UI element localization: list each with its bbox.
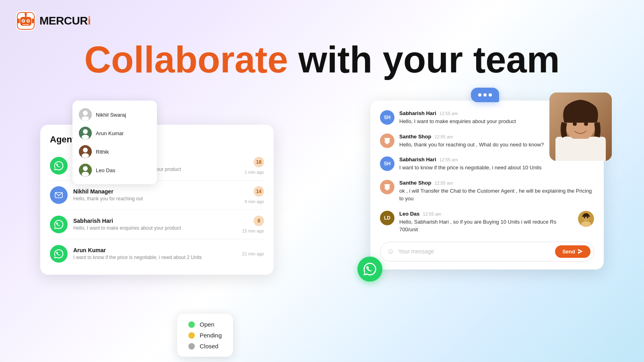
- agent-item-1[interactable]: Nikhil Swaraj: [79, 105, 151, 124]
- agent-item-4[interactable]: Leo Das: [79, 161, 151, 179]
- msg-avatar-4: [380, 180, 394, 194]
- agent-avatar-3: [79, 145, 92, 158]
- whatsapp-float-icon: [363, 262, 377, 276]
- msg-avatar-3: SH: [380, 156, 394, 171]
- msg-text-3: I want to know if the price is negotiabl…: [399, 164, 594, 172]
- msg-sender-5: Leo Das: [399, 211, 420, 217]
- chat-name-3: Sabharish Hari: [73, 218, 237, 224]
- msg-text-5: Hello, Sabharish Hari , so if you are Bu…: [399, 218, 570, 234]
- chat-meta-4: 21 min ago: [242, 251, 264, 256]
- message-input-row[interactable]: ☺ Your message Send: [380, 242, 594, 261]
- whatsapp-icon-4: [50, 245, 68, 263]
- svg-point-30: [573, 122, 577, 126]
- open-dot: [188, 321, 195, 328]
- msg-avatar-1: SH: [380, 110, 394, 125]
- svg-point-9: [25, 13, 27, 15]
- status-pending: Pending: [188, 332, 222, 339]
- headline-black: with your team: [298, 39, 559, 80]
- msg-header-5: Leo Das 12:55 am: [399, 211, 570, 217]
- send-icon: [578, 249, 583, 254]
- msg-time-4: 12:55 am: [434, 181, 453, 185]
- svg-point-5: [23, 20, 24, 22]
- msg-avatar-5: LD: [380, 211, 394, 225]
- agent-item-2[interactable]: Arun Kumar: [79, 124, 151, 142]
- logo-accent: i: [88, 14, 91, 27]
- agent-avatar-1: [79, 108, 92, 121]
- send-label: Send: [562, 249, 575, 255]
- msg-time-2: 12:55 am: [434, 134, 453, 139]
- bubble-dot-1: [478, 93, 481, 97]
- logo-text: MERCURi: [39, 14, 91, 27]
- whatsapp-icon-1: [50, 157, 68, 175]
- message-row-4: Santhe Shop 12:55 am ok , i will Transfe…: [380, 180, 594, 203]
- messenger-icon-2: [50, 186, 68, 204]
- chat-badge-3: 8: [254, 216, 264, 226]
- msg-header-4: Santhe Shop 12:55 am: [399, 180, 594, 186]
- chat-row-3[interactable]: Sabharish Hari Hello, I want to make enq…: [50, 210, 264, 239]
- agent-name-3: Rithik: [96, 149, 109, 155]
- chat-meta-3: 8 15 min ago: [242, 216, 264, 233]
- chat-bubble-decoration: [471, 88, 499, 102]
- msg-time-5: 12:55 am: [423, 212, 442, 216]
- chat-time-4: 21 min ago: [242, 251, 264, 256]
- agent-dropdown: Nikhil Swaraj Arun Kumar Rithik Leo Das: [72, 101, 157, 184]
- msg-time-1: 12:55 am: [440, 111, 458, 116]
- svg-point-6: [27, 20, 29, 22]
- svg-point-36: [584, 217, 585, 218]
- msg-text-4: ok , i will Transfer the Chat to the Cus…: [399, 187, 594, 203]
- svg-point-37: [587, 217, 588, 218]
- agent-item-3[interactable]: Rithik: [79, 142, 151, 161]
- chat-name-4: Arun Kumar: [73, 247, 237, 253]
- chat-time-2: 9 min ago: [245, 199, 264, 204]
- svg-point-17: [82, 135, 89, 140]
- whatsapp-float-button[interactable]: [357, 257, 382, 282]
- chat-info-3: Sabharish Hari Hello, I want to make enq…: [73, 218, 237, 232]
- whatsapp-icon-3: [50, 216, 68, 233]
- agent-name-2: Arun Kumar: [96, 130, 124, 136]
- chat-name-2: Nikhil Manager: [73, 188, 239, 195]
- chat-preview-3: Hello, I want to make enquiries about yo…: [73, 225, 237, 232]
- status-open: Open: [188, 321, 222, 328]
- chat-badge-2: 14: [254, 186, 264, 197]
- svg-rect-7: [23, 24, 29, 25]
- chat-row-4[interactable]: Arun Kumar I want to know if the price i…: [50, 239, 264, 268]
- status-closed: Closed: [188, 343, 222, 350]
- svg-rect-10: [18, 19, 20, 23]
- agent-name-4: Leo Das: [96, 167, 115, 173]
- svg-point-19: [83, 148, 88, 152]
- chat-preview-4: I want to know if the price is negotiabl…: [73, 254, 237, 261]
- status-pending-label: Pending: [200, 332, 222, 339]
- person-photo: [549, 93, 612, 161]
- leo-photo: [578, 211, 594, 227]
- chat-meta-2: 14 9 min ago: [245, 186, 264, 204]
- svg-rect-11: [32, 19, 34, 23]
- chat-badge-1: 18: [254, 157, 264, 167]
- bubble-dot-2: [483, 93, 487, 97]
- message-input-placeholder[interactable]: Your message: [398, 248, 551, 255]
- status-legend: Open Pending Closed: [177, 314, 233, 357]
- svg-point-14: [82, 116, 89, 121]
- logo: MERCURi: [16, 11, 91, 31]
- msg-content-4: Santhe Shop 12:55 am ok , i will Transfe…: [399, 180, 594, 203]
- chat-row-2[interactable]: Nikhil Manager Hello, thank you for reac…: [50, 181, 264, 210]
- send-button[interactable]: Send: [555, 245, 590, 258]
- headline: Collaborate with your team: [0, 40, 644, 79]
- msg-avatar-2: [380, 134, 394, 148]
- chat-info-4: Arun Kumar I want to know if the price i…: [73, 247, 237, 261]
- msg-time-3: 12:55 am: [440, 157, 458, 162]
- agent-avatar-2: [79, 127, 92, 140]
- svg-point-16: [83, 129, 88, 134]
- pending-dot: [188, 332, 195, 339]
- svg-point-13: [83, 111, 88, 115]
- chat-meta-1: 18 1 min ago: [245, 157, 264, 175]
- msg-content-5: Leo Das 12:55 am Hello, Sabharish Hari ,…: [399, 211, 570, 234]
- svg-point-23: [82, 172, 89, 177]
- svg-point-20: [82, 153, 89, 158]
- chat-preview-2: Hello, thank you for reaching out: [73, 195, 239, 202]
- agent-avatar-4: [79, 164, 92, 177]
- agent-name-1: Nikhil Swaraj: [96, 112, 126, 118]
- msg-sender-3: Sabharish Hari: [399, 156, 436, 162]
- bubble-dot-3: [489, 93, 492, 97]
- emoji-icon[interactable]: ☺: [387, 247, 394, 256]
- chat-time-3: 15 min ago: [242, 228, 264, 233]
